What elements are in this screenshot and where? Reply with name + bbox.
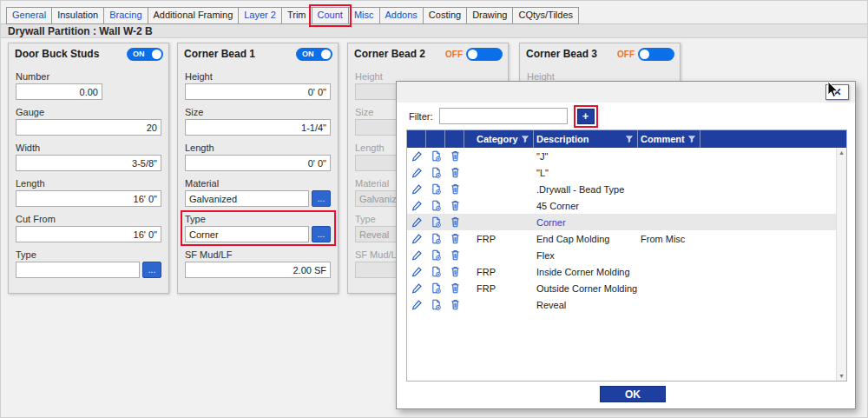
tab-addons[interactable]: Addons: [379, 7, 424, 24]
table-row[interactable]: FRPEnd Cap MoldingFrom Misc: [407, 230, 846, 247]
edit-icon[interactable]: [411, 233, 423, 244]
edit-icon[interactable]: [411, 150, 423, 162]
door-buck-studs-number-input[interactable]: [16, 83, 102, 100]
table-row[interactable]: .Drywall - Bead Type: [407, 181, 846, 197]
panel-header: Corner Bead 3OFF: [520, 43, 680, 64]
copy-icon[interactable]: [431, 216, 442, 228]
scroll-down-icon[interactable]: ▼: [838, 373, 845, 379]
copy-icon[interactable]: [431, 183, 442, 195]
corner-bead-1-size-input[interactable]: [185, 119, 331, 136]
vertical-scrollbar[interactable]: ▲ ▼: [836, 148, 846, 381]
column-header-comment[interactable]: Comment: [638, 130, 700, 148]
edit-icon[interactable]: [411, 216, 423, 228]
material-browse-button[interactable]: ...: [312, 190, 331, 207]
copy-icon[interactable]: [431, 200, 442, 211]
toggle-corner-bead-2[interactable]: OFF: [445, 48, 503, 61]
table-row[interactable]: Corner: [407, 214, 846, 230]
delete-icon[interactable]: [450, 167, 461, 178]
corner-bead-1-type-input[interactable]: [185, 226, 309, 242]
panel-title: Corner Bead 1: [184, 48, 255, 60]
tab-costing[interactable]: Costing: [423, 7, 467, 24]
table-row[interactable]: "J": [407, 148, 846, 164]
door-buck-studs-gauge-input[interactable]: [16, 119, 161, 136]
tab-insulation[interactable]: Insulation: [51, 7, 104, 24]
copy-icon[interactable]: [431, 299, 442, 310]
toggle-corner-bead-1[interactable]: ON: [296, 48, 332, 61]
copy-icon[interactable]: [431, 233, 442, 244]
panel-header: Corner Bead 1ON: [178, 43, 338, 64]
tab-misc[interactable]: Misc: [348, 7, 380, 24]
field-label: Cut From: [16, 214, 161, 224]
filter-funnel-icon[interactable]: [687, 135, 696, 143]
cell-description: 45 Corner: [534, 201, 638, 211]
scroll-up-icon[interactable]: ▲: [838, 149, 845, 156]
copy-icon[interactable]: [431, 282, 442, 294]
type-browse-button[interactable]: ...: [312, 226, 331, 242]
corner-bead-1-sf-mud-lf-input[interactable]: [185, 262, 331, 278]
edit-icon[interactable]: [411, 167, 423, 178]
tab-general[interactable]: General: [6, 7, 52, 24]
delete-icon[interactable]: [450, 266, 461, 277]
delete-icon[interactable]: [450, 183, 461, 195]
delete-icon[interactable]: [450, 216, 461, 228]
tab-trim[interactable]: Trim: [281, 7, 312, 24]
copy-icon[interactable]: [431, 266, 442, 277]
edit-icon[interactable]: [411, 249, 423, 261]
delete-icon[interactable]: [450, 233, 461, 244]
table-row[interactable]: Reveal: [407, 296, 846, 313]
door-buck-studs-length-input[interactable]: [16, 190, 161, 207]
tab-cqtys-tildes[interactable]: CQtys/Tildes: [512, 7, 579, 24]
type-browse-button[interactable]: ...: [142, 262, 161, 278]
copy-icon[interactable]: [431, 249, 442, 261]
toggle-pill: [466, 48, 503, 61]
table-row[interactable]: FRPOutside Corner Molding: [407, 280, 846, 296]
delete-icon[interactable]: [450, 200, 461, 211]
copy-icon[interactable]: [431, 167, 442, 178]
door-buck-studs-width-input[interactable]: [16, 155, 161, 171]
tab-bracing[interactable]: Bracing: [103, 7, 148, 24]
door-buck-studs-type-input[interactable]: [16, 262, 140, 278]
delete-cell: [445, 233, 464, 244]
edit-icon[interactable]: [411, 282, 423, 294]
column-header-description[interactable]: Description: [534, 130, 638, 148]
table-row[interactable]: Flex: [407, 247, 846, 263]
close-icon[interactable]: ✕: [825, 84, 849, 100]
corner-bead-1-height-input[interactable]: [185, 83, 331, 100]
edit-cell: [407, 233, 426, 244]
toggle-door-buck-studs[interactable]: ON: [127, 48, 163, 61]
edit-icon[interactable]: [411, 200, 423, 211]
tab-count[interactable]: Count: [312, 7, 349, 24]
copy-icon[interactable]: [431, 150, 442, 162]
delete-icon[interactable]: [450, 282, 461, 294]
table-row[interactable]: FRPInside Corner Molding: [407, 263, 846, 280]
toggle-corner-bead-3[interactable]: OFF: [617, 48, 674, 61]
ok-button[interactable]: OK: [600, 386, 666, 402]
delete-icon[interactable]: [450, 150, 461, 162]
column-header-category[interactable]: Category: [464, 130, 534, 148]
copy-cell: [426, 150, 445, 162]
tab-layer-2[interactable]: Layer 2: [238, 7, 282, 24]
toggle-state-label: ON: [133, 50, 145, 58]
corner-bead-1-length-input[interactable]: [185, 155, 331, 171]
edit-icon[interactable]: [411, 299, 423, 310]
edit-icon[interactable]: [411, 183, 423, 195]
delete-icon[interactable]: [450, 249, 461, 261]
add-button[interactable]: +: [577, 109, 595, 124]
door-buck-studs-cut-from-input[interactable]: [16, 226, 161, 242]
field-label: Length: [185, 143, 331, 153]
filter-input[interactable]: [439, 108, 568, 124]
corner-bead-1-material-input[interactable]: [185, 190, 309, 207]
edit-cell: [407, 249, 426, 261]
table-row[interactable]: 45 Corner: [407, 197, 846, 214]
delete-cell: [445, 200, 464, 211]
field-gauge: Gauge: [16, 107, 161, 136]
filter-funnel-icon[interactable]: [521, 135, 529, 143]
copy-cell: [426, 282, 445, 294]
field-label: Height: [185, 71, 331, 82]
tab-additional-framing[interactable]: Additional Framing: [148, 7, 240, 24]
delete-icon[interactable]: [450, 299, 461, 310]
edit-icon[interactable]: [411, 266, 423, 277]
tab-drawing[interactable]: Drawing: [466, 7, 513, 24]
table-row[interactable]: "L": [407, 164, 846, 181]
filter-funnel-icon[interactable]: [625, 135, 634, 143]
